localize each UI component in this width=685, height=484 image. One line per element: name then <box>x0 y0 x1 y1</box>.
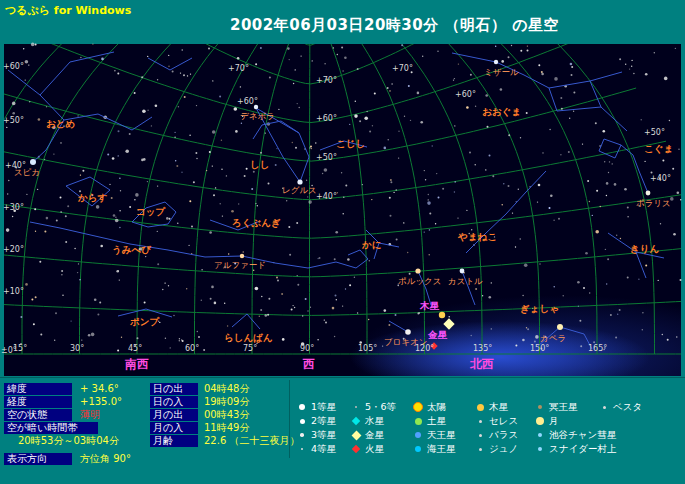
constellation-label-item: しし <box>250 159 269 170</box>
legend-label: ベスタ <box>613 401 642 413</box>
bright-star <box>494 60 498 64</box>
altitude-label-item: +50° <box>644 128 665 137</box>
altitude-label-item: +40° <box>5 161 26 170</box>
legend-label: 1等星 <box>311 401 336 413</box>
azimuth-label-item: 120° <box>415 344 434 353</box>
azimuth-label-item: 75° <box>243 344 257 353</box>
azimuth-label-item: 105° <box>358 344 377 353</box>
direction-label-item: 北西 <box>469 357 494 371</box>
info-label: 月齢 <box>150 435 198 447</box>
constellation-label-item: ぎょしゃ <box>520 303 559 314</box>
info-value: 薄明 <box>80 409 100 421</box>
star-name-label-item: カストル <box>448 276 483 286</box>
info-label: 月の出 <box>150 409 198 421</box>
legend-label: 冥王星 <box>549 401 578 413</box>
pallas-icon <box>474 429 486 441</box>
legend-label: パラス <box>489 429 518 441</box>
altitude-label-item: +60° <box>237 97 258 106</box>
constellation-label-item: うみへび <box>112 244 151 256</box>
constellation-label-item: かに <box>361 239 381 250</box>
info-value: 11時49分 <box>204 422 249 434</box>
altitude-label-item: +70° <box>316 76 337 85</box>
saturn-icon <box>412 415 424 427</box>
bright-star <box>405 329 411 335</box>
star-chart-canvas: おとめからすコップろくぶんぎうみへびししこじしかにポンプらしんばんやまねこおおぐ… <box>0 0 685 377</box>
altitude-label-item: +60° <box>316 114 337 123</box>
bright-star <box>646 191 651 196</box>
jupiter-marker <box>439 312 445 318</box>
constellation-label-item: ろくぶんぎ <box>232 217 281 228</box>
legend-label: 木星 <box>489 401 508 413</box>
info-label: 日の出 <box>150 383 198 395</box>
info-label: 月の入 <box>150 422 198 434</box>
bright-star <box>30 159 36 165</box>
azimuth-label-item: 30° <box>70 344 84 353</box>
star-name-label-item: アルファード <box>214 260 266 270</box>
planet-label-item: 木星 <box>419 300 440 311</box>
altitude-label-item: +60° <box>455 90 476 99</box>
azimuth-label-item: 150° <box>530 344 549 353</box>
pluto-icon <box>534 401 546 413</box>
mag1-icon <box>296 401 308 413</box>
legend-label: 4等星 <box>311 443 336 455</box>
legend-label: ジュノ <box>489 443 518 455</box>
direction-label-item: 西 <box>302 357 315 371</box>
legend-label: 天王星 <box>427 429 456 441</box>
constellation-label-item: おおぐま <box>482 106 521 117</box>
azimuth-label-item: 135° <box>473 344 492 353</box>
info-label: 空が暗い時間帯 <box>4 422 98 434</box>
info-label: 日の入 <box>150 396 198 408</box>
info-label: 表示方向 <box>4 453 72 465</box>
info-label: 緯度 <box>4 383 72 395</box>
jupiter-icon <box>474 401 486 413</box>
altitude-label-item: +40° <box>650 174 671 183</box>
constellation-label-item: おとめ <box>46 118 75 129</box>
bright-star <box>557 324 563 330</box>
mars-icon <box>350 443 362 455</box>
vesta-icon <box>598 401 610 413</box>
constellation-label-item: きりん <box>630 243 659 254</box>
altitude-label-item: +70° <box>392 64 413 73</box>
info-value: 04時48分 <box>204 383 249 395</box>
legend-label: 池谷チャン彗星 <box>549 429 616 441</box>
info-value: 00時43分 <box>204 409 249 421</box>
sun-icon <box>412 401 424 413</box>
neptune-icon <box>412 443 424 455</box>
mag3-icon <box>296 429 308 441</box>
uranus-icon <box>412 429 424 441</box>
constellation-label-item: からす <box>77 192 107 203</box>
constellation-label-item: やまねこ <box>457 231 497 242</box>
ceres-icon <box>474 415 486 427</box>
bright-star <box>415 268 420 273</box>
constellation-label-item: らしんばん <box>224 332 273 343</box>
altitude-label-item: +10° <box>3 287 24 296</box>
panel-divider <box>289 380 290 458</box>
legend-label: 2等星 <box>311 415 336 427</box>
info-panel: 緯度+ 34.6°経度+135.0°空の状態薄明空が暗い時間帯20時53分～03… <box>0 377 685 484</box>
moon-icon <box>534 415 546 427</box>
constellation-label-item: ポンプ <box>129 316 159 327</box>
star-name-label-item: ポルックス <box>398 276 442 286</box>
star-name-label-item: ポラリス <box>636 198 671 208</box>
legend-label: 3等星 <box>311 429 336 441</box>
altitude-label-item: +20° <box>3 245 24 254</box>
legend-label: スナイダー村上 <box>549 443 616 455</box>
planet-label-item: 金星 <box>427 329 448 340</box>
legend-label: 水星 <box>365 415 384 427</box>
constellation-label-item: こぐま <box>644 143 673 154</box>
legend-label: 海王星 <box>427 443 456 455</box>
direction-label-item: 南西 <box>124 357 149 371</box>
star-name-label-item: デネボラ <box>240 111 275 121</box>
azimuth-label-item: 15° <box>13 344 27 353</box>
azimuth-label-item: 60° <box>185 344 199 353</box>
star-chart[interactable]: おとめからすコップろくぶんぎうみへびししこじしかにポンプらしんばんやまねこおおぐ… <box>0 0 685 377</box>
mag4-icon <box>296 443 308 455</box>
mag2-icon <box>296 415 308 427</box>
legend-label: 5・6等 <box>365 401 396 413</box>
azimuth-label-item: 90° <box>300 344 314 353</box>
info-label: 経度 <box>4 396 72 408</box>
bright-star <box>240 254 244 258</box>
altitude-label-item: +30° <box>3 203 24 212</box>
mercury-icon <box>350 415 362 427</box>
comet-icon <box>534 429 546 441</box>
